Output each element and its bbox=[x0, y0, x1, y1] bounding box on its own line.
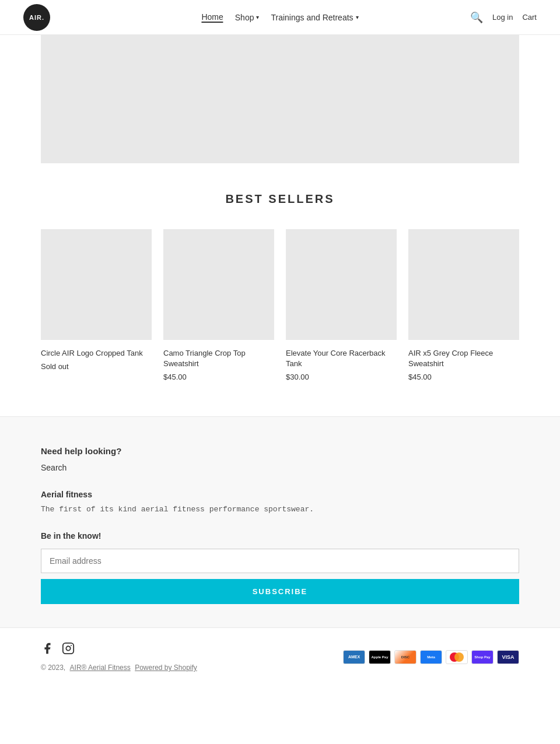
nav-shop[interactable]: Shop ▾ bbox=[235, 13, 260, 22]
visa-icon: VISA bbox=[497, 650, 519, 664]
best-sellers-section: BEST SELLERS Circle AIR Logo Cropped Tan… bbox=[0, 163, 560, 416]
payment-icons: AMEX Apple Pay DISC Meta Shop Pay VISA bbox=[343, 650, 519, 664]
cart-link[interactable]: Cart bbox=[522, 13, 537, 22]
login-link[interactable]: Log in bbox=[492, 13, 513, 22]
trainings-chevron-icon: ▾ bbox=[356, 14, 359, 20]
product-price-1: $45.00 bbox=[163, 373, 274, 381]
applepay-icon: Apple Pay bbox=[369, 650, 391, 664]
footer-brand-title: Aerial fitness bbox=[41, 490, 519, 499]
footer-brand-desc: The first of its kind aerial fitness per… bbox=[41, 505, 519, 514]
product-card-3[interactable]: AIR x5 Grey Crop Fleece Sweatshirt $45.0… bbox=[408, 229, 519, 381]
hero-banner bbox=[41, 35, 519, 163]
meta-icon: Meta bbox=[420, 650, 442, 664]
best-sellers-title: BEST SELLERS bbox=[41, 192, 519, 206]
discover-icon: DISC bbox=[394, 650, 416, 664]
product-status-0: Sold out bbox=[41, 362, 152, 371]
product-card-1[interactable]: Camo Triangle Crop Top Sweatshirt $45.00 bbox=[163, 229, 274, 381]
shopify-link[interactable]: Powered by Shopify bbox=[135, 664, 197, 672]
svg-rect-0 bbox=[63, 643, 74, 654]
product-price-3: $45.00 bbox=[408, 373, 519, 381]
logo-text: AIR. bbox=[29, 14, 44, 21]
product-image-0 bbox=[41, 229, 152, 340]
product-name-3: AIR x5 Grey Crop Fleece Sweatshirt bbox=[408, 348, 519, 369]
product-price-2: $30.00 bbox=[286, 373, 397, 381]
search-icon[interactable]: 🔍 bbox=[470, 11, 483, 24]
mastercard-icon bbox=[446, 650, 468, 664]
logo-circle: AIR. bbox=[23, 4, 50, 31]
shop-chevron-icon: ▾ bbox=[256, 14, 259, 20]
footer-help-title: Need help looking? bbox=[41, 446, 519, 456]
shopay-icon: Shop Pay bbox=[471, 650, 494, 664]
nav-trainings[interactable]: Trainings and Retreats ▾ bbox=[271, 13, 358, 22]
footer-newsletter-title: Be in the know! bbox=[41, 531, 519, 541]
header-actions: 🔍 Log in Cart bbox=[470, 11, 537, 24]
subscribe-button[interactable]: SUBSCRIBE bbox=[41, 579, 519, 604]
product-image-2 bbox=[286, 229, 397, 340]
footer-copyright: © 2023, AIR® Aerial Fitness Powered by S… bbox=[41, 664, 197, 672]
instagram-icon[interactable] bbox=[62, 642, 75, 658]
amex-icon: AMEX bbox=[343, 650, 365, 664]
footer-bottom: © 2023, AIR® Aerial Fitness Powered by S… bbox=[0, 627, 560, 686]
footer-top: Need help looking? Search Aerial fitness… bbox=[0, 416, 560, 627]
nav-home[interactable]: Home bbox=[201, 12, 223, 23]
product-name-1: Camo Triangle Crop Top Sweatshirt bbox=[163, 348, 274, 369]
facebook-icon[interactable] bbox=[41, 642, 54, 658]
svg-point-3 bbox=[454, 652, 464, 662]
product-image-3 bbox=[408, 229, 519, 340]
site-header: AIR. Home Shop ▾ Trainings and Retreats … bbox=[0, 0, 560, 35]
product-name-0: Circle AIR Logo Cropped Tank bbox=[41, 348, 152, 359]
brand-link[interactable]: AIR® Aerial Fitness bbox=[70, 664, 131, 672]
main-nav: Home Shop ▾ Trainings and Retreats ▾ bbox=[201, 12, 358, 23]
product-name-2: Elevate Your Core Racerback Tank bbox=[286, 348, 397, 369]
product-card-0[interactable]: Circle AIR Logo Cropped Tank Sold out bbox=[41, 229, 152, 381]
product-card-2[interactable]: Elevate Your Core Racerback Tank $30.00 bbox=[286, 229, 397, 381]
products-grid: Circle AIR Logo Cropped Tank Sold out Ca… bbox=[41, 229, 519, 381]
footer-search-link[interactable]: Search bbox=[41, 463, 519, 472]
email-input[interactable] bbox=[41, 549, 519, 573]
logo[interactable]: AIR. bbox=[23, 4, 50, 31]
social-links bbox=[41, 642, 197, 658]
product-image-1 bbox=[163, 229, 274, 340]
